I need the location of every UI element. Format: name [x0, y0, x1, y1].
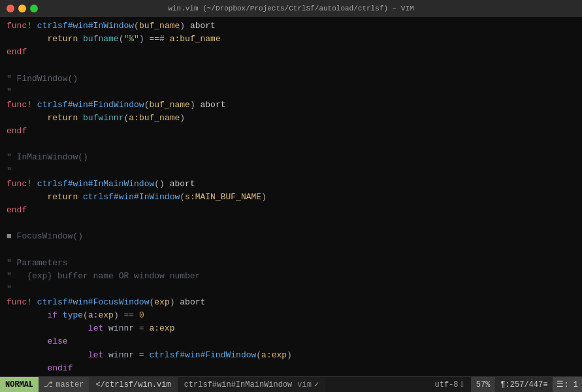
code-line: func! ctrlsf#win#InMainWindow() abort — [0, 178, 582, 191]
cursor-position: ¶:257/447≡ — [495, 377, 553, 392]
code-line: endf — [0, 204, 582, 217]
column-indicator: ☰: 1 — [553, 377, 582, 392]
branch-name: master — [56, 380, 84, 389]
window-title: win.vim (~/Dropbox/Projects/CtrlSf/autol… — [168, 5, 413, 12]
code-line: return bufname("%") ==# a:buf_name — [0, 33, 582, 46]
code-line: " — [0, 165, 582, 178]
minimize-button[interactable] — [18, 5, 26, 12]
window-controls — [7, 5, 38, 12]
code-line — [0, 138, 582, 151]
code-line: func! ctrlsf#win#InWindow(buf_name) abor… — [0, 20, 582, 33]
titlebar: win.vim (~/Dropbox/Projects/CtrlSf/autol… — [0, 0, 582, 17]
code-line — [0, 217, 582, 230]
code-line: " InMainWindow() — [0, 151, 582, 164]
code-line: " Parameters — [0, 257, 582, 270]
code-line: func! ctrlsf#win#FocusWindow(exp) abort — [0, 296, 582, 309]
code-line: return ctrlsf#win#InWindow(s:MAIN_BUF_NA… — [0, 191, 582, 204]
apple-icon:  — [461, 380, 466, 389]
code-line: endif — [0, 362, 582, 375]
code-line: " — [0, 283, 582, 296]
status-right-section: utf-8  57% ¶:257/447≡ ☰: 1 — [430, 377, 582, 392]
maximize-button[interactable] — [30, 5, 38, 12]
code-line: endf — [0, 46, 582, 59]
code-line: func! ctrlsf#win#FindWindow(buf_name) ab… — [0, 99, 582, 112]
code-line: else — [0, 335, 582, 348]
code-line: if type(a:exp) == 0 — [0, 309, 582, 322]
func-name: ctrlsf#win#InMainWindow — [184, 380, 293, 389]
code-line: " FindWindow() — [0, 73, 582, 86]
current-function: ctrlsf#win#InMainWindow vim ✓ — [178, 377, 325, 392]
statusbar: NORMAL ⎇ master </ctrlsf/win.vim ctrlsf#… — [0, 376, 582, 392]
close-button[interactable] — [7, 5, 14, 12]
code-line: return bufwinnr(a:buf_name) — [0, 112, 582, 125]
check-icon: ✓ — [314, 380, 319, 389]
code-line: let winnr = ctrlsf#win#FindWindow(a:exp) — [0, 349, 582, 362]
code-line: " — [0, 86, 582, 99]
code-line — [0, 243, 582, 256]
code-line — [0, 59, 582, 72]
editor-area[interactable]: func! ctrlsf#win#InWindow(buf_name) abor… — [0, 17, 582, 376]
git-branch: ⎇ master — [39, 377, 89, 392]
vim-label: vim — [297, 380, 312, 389]
code-line: ■ FocusWindow() — [0, 230, 582, 243]
scroll-percent: 57% — [471, 377, 496, 392]
file-encoding: utf-8  — [430, 380, 471, 389]
code-line: endf — [0, 125, 582, 138]
code-line: let winnr = a:exp — [0, 322, 582, 335]
branch-icon: ⎇ — [44, 380, 53, 389]
file-path: </ctrlsf/win.vim — [89, 377, 177, 392]
code-line: " {exp} buffer name OR window number — [0, 270, 582, 283]
vim-mode: NORMAL — [0, 377, 39, 392]
encoding-label: utf-8 — [435, 380, 459, 389]
